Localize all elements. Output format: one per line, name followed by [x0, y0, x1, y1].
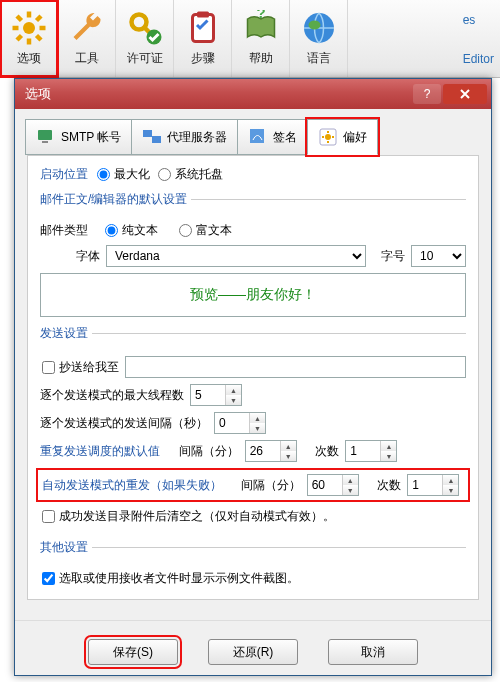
toolbar-options[interactable]: 选项 — [0, 0, 58, 77]
tab-proxy[interactable]: 代理服务器 — [131, 119, 238, 155]
dialog-help-button[interactable]: ? — [413, 84, 441, 104]
show-thumbnail-option[interactable]: 选取或使用接收者文件时显示示例文件截图。 — [40, 570, 299, 587]
toolbar-help[interactable]: ? 帮助 — [232, 0, 290, 77]
start-max-radio[interactable] — [97, 168, 110, 181]
spin-up-icon[interactable]: ▲ — [443, 475, 458, 485]
svg-rect-11 — [192, 15, 213, 42]
repeat-interval-input[interactable] — [246, 441, 280, 461]
tab-proxy-label: 代理服务器 — [167, 129, 227, 146]
spin-up-icon[interactable]: ▲ — [281, 441, 296, 451]
show-thumbnail-label: 选取或使用接收者文件时显示示例文件截图。 — [59, 571, 299, 585]
close-icon — [459, 88, 471, 100]
maxthreads-label: 逐个发送模式的最大线程数 — [40, 387, 184, 404]
send-fieldset: 发送设置 抄送给我至 逐个发送模式的最大线程数 ▲▼ 逐个发送模式的发送间隔（秒… — [40, 325, 466, 531]
repeat-interval-spin[interactable]: ▲▼ — [245, 440, 297, 462]
repeat-count-spin[interactable]: ▲▼ — [345, 440, 397, 462]
editor-legend: 邮件正文/编辑器的默认设置 — [40, 191, 191, 208]
spin-down-icon[interactable]: ▼ — [343, 485, 358, 495]
mail-type-plain-radio[interactable] — [105, 224, 118, 237]
help-book-icon: ? — [243, 10, 279, 46]
auto-count-input[interactable] — [408, 475, 442, 495]
tab-preferences-label: 偏好 — [343, 129, 367, 146]
spin-down-icon[interactable]: ▼ — [381, 451, 396, 461]
send-interval-input[interactable] — [215, 413, 249, 433]
font-label: 字体 — [40, 248, 100, 265]
svg-line-6 — [36, 36, 41, 41]
spin-up-icon[interactable]: ▲ — [343, 475, 358, 485]
repeat-count-input[interactable] — [346, 441, 380, 461]
save-button[interactable]: 保存(S) — [88, 639, 178, 665]
cc-self-input[interactable] — [125, 356, 466, 378]
repeat-default-label: 重复发送调度的默认值 — [40, 443, 160, 460]
spin-up-icon[interactable]: ▲ — [381, 441, 396, 451]
tab-smtp[interactable]: SMTP 帐号 — [25, 119, 132, 155]
toolbar-license-label: 许可证 — [127, 50, 163, 67]
mail-type-plain-label: 纯文本 — [122, 223, 158, 237]
start-tray-radio[interactable] — [158, 168, 171, 181]
toolbar-language-label: 语言 — [307, 50, 331, 67]
send-interval-spin[interactable]: ▲▼ — [214, 412, 266, 434]
clear-after-send-label: 成功发送目录附件后清空之（仅对自动模式有效）。 — [59, 509, 335, 523]
cc-self-option[interactable]: 抄送给我至 — [40, 359, 119, 376]
dialog-titlebar: 选项 ? — [15, 79, 491, 109]
auto-count-spin[interactable]: ▲▼ — [407, 474, 459, 496]
svg-point-0 — [23, 22, 35, 34]
wrench-icon — [69, 10, 105, 46]
toolbar-license[interactable]: 许可证 — [116, 0, 174, 77]
send-legend: 发送设置 — [40, 325, 92, 342]
cancel-button[interactable]: 取消 — [328, 639, 418, 665]
mail-type-label: 邮件类型 — [40, 222, 88, 239]
start-tray-option[interactable]: 系统托盘 — [156, 166, 223, 183]
spin-down-icon[interactable]: ▼ — [226, 395, 241, 405]
svg-rect-17 — [42, 141, 48, 143]
other-legend: 其他设置 — [40, 539, 92, 556]
font-select[interactable]: Verdana — [106, 245, 366, 267]
dialog-tabs: SMTP 帐号 代理服务器 签名 偏好 — [15, 109, 491, 155]
clear-after-send-option[interactable]: 成功发送目录附件后清空之（仅对自动模式有效）。 — [40, 508, 335, 525]
toolbar-tools-label: 工具 — [75, 50, 99, 67]
tab-smtp-label: SMTP 帐号 — [61, 129, 121, 146]
cc-self-checkbox[interactable] — [42, 361, 55, 374]
right-links: es Editor — [463, 0, 494, 78]
repeat-count-label: 次数 — [315, 443, 339, 460]
toolbar-tools[interactable]: 工具 — [58, 0, 116, 77]
preview-text: 预览——朋友你好！ — [190, 286, 316, 304]
show-thumbnail-checkbox[interactable] — [42, 572, 55, 585]
maxthreads-spin[interactable]: ▲▼ — [190, 384, 242, 406]
mail-type-rich-radio[interactable] — [179, 224, 192, 237]
start-max-option[interactable]: 最大化 — [95, 166, 150, 183]
tab-signature[interactable]: 签名 — [237, 119, 308, 155]
svg-line-5 — [17, 16, 22, 21]
spin-down-icon[interactable]: ▼ — [443, 485, 458, 495]
maxthreads-input[interactable] — [191, 385, 225, 405]
restore-button[interactable]: 还原(R) — [208, 639, 298, 665]
tab-preferences[interactable]: 偏好 — [307, 119, 378, 155]
preview-box: 预览——朋友你好！ — [40, 273, 466, 317]
mail-type-rich-option[interactable]: 富文本 — [177, 222, 232, 239]
auto-interval-spin[interactable]: ▲▼ — [307, 474, 359, 496]
button-divider — [15, 620, 491, 621]
auto-resend-label: 自动发送模式的重发（如果失败） — [42, 477, 222, 494]
spin-up-icon[interactable]: ▲ — [250, 413, 265, 423]
spin-down-icon[interactable]: ▼ — [250, 423, 265, 433]
send-interval-label: 逐个发送模式的发送间隔（秒） — [40, 415, 208, 432]
clear-after-send-checkbox[interactable] — [42, 510, 55, 523]
spin-down-icon[interactable]: ▼ — [281, 451, 296, 461]
link-es[interactable]: es — [463, 13, 494, 27]
editor-fieldset: 邮件正文/编辑器的默认设置 邮件类型 纯文本 富文本 字体 Verdana 字号… — [40, 191, 466, 317]
tab-signature-label: 签名 — [273, 129, 297, 146]
toolbar-language[interactable]: 语言 — [290, 0, 348, 77]
dialog-close-button[interactable] — [443, 84, 487, 104]
toolbar-steps[interactable]: 步骤 — [174, 0, 232, 77]
mail-type-plain-option[interactable]: 纯文本 — [103, 222, 158, 239]
link-editor[interactable]: Editor — [463, 52, 494, 66]
cc-self-label: 抄送给我至 — [59, 360, 119, 374]
spin-up-icon[interactable]: ▲ — [226, 385, 241, 395]
svg-rect-18 — [143, 130, 152, 137]
svg-line-7 — [17, 36, 22, 41]
toolbar-help-label: 帮助 — [249, 50, 273, 67]
auto-interval-input[interactable] — [308, 475, 342, 495]
monitor-icon — [36, 127, 56, 147]
font-size-select[interactable]: 10 — [411, 245, 466, 267]
svg-point-22 — [325, 134, 331, 140]
